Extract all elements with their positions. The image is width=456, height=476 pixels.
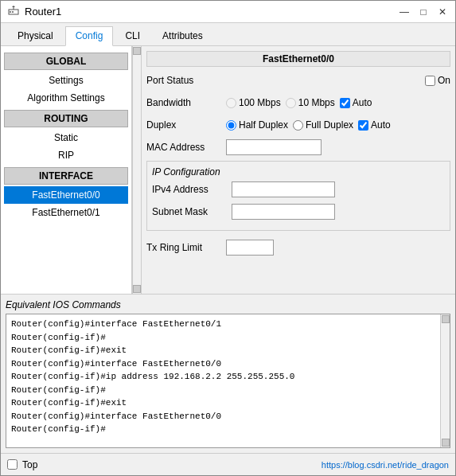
rip-nav[interactable]: RIP bbox=[4, 146, 128, 164]
bandwidth-10-radio[interactable] bbox=[286, 98, 296, 108]
subnet-label: Subnet Mask bbox=[152, 206, 232, 217]
window-controls: — □ ✕ bbox=[398, 6, 449, 18]
tx-ring-label: Tx Ring Limit bbox=[146, 242, 226, 253]
port-status-checkbox[interactable] bbox=[425, 76, 435, 86]
port-status-controls: On bbox=[226, 75, 450, 86]
bandwidth-10-label: 10 Mbps bbox=[298, 97, 335, 108]
mac-input[interactable]: 0060.70DD.9201 bbox=[226, 139, 322, 155]
bandwidth-controls: 100 Mbps 10 Mbps Auto bbox=[226, 97, 450, 108]
duplex-auto-checkbox[interactable] bbox=[358, 120, 368, 131]
console-section: Equivalent IOS Commands Router(config)#i… bbox=[1, 294, 455, 453]
console-scrollbar[interactable] bbox=[440, 314, 450, 447]
close-button[interactable]: ✕ bbox=[436, 6, 449, 18]
svg-marker-4 bbox=[12, 6, 15, 7]
ipv4-row: IPv4 Address 192.168.2.2 bbox=[152, 181, 445, 198]
bandwidth-auto-checkbox[interactable] bbox=[340, 98, 350, 108]
console-line-7: Router(config)#interface FastEthernet0/0 bbox=[11, 410, 445, 423]
fastethernet00-nav[interactable]: FastEthernet0/0 bbox=[4, 186, 128, 204]
tab-cli[interactable]: CLI bbox=[115, 26, 150, 45]
main-content: GLOBAL Settings Algorithm Settings ROUTI… bbox=[1, 46, 455, 294]
status-link: https://blog.csdri.net/ride_dragon bbox=[322, 460, 449, 470]
duplex-half-radio[interactable] bbox=[226, 120, 236, 131]
ipv4-controls: 192.168.2.2 bbox=[232, 181, 445, 197]
global-header: GLOBAL bbox=[4, 53, 128, 70]
tab-attributes[interactable]: Attributes bbox=[152, 26, 213, 45]
tx-ring-row: Tx Ring Limit 10 bbox=[146, 239, 450, 256]
status-bar: Top https://blog.csdri.net/ride_dragon bbox=[1, 453, 455, 475]
routing-header: ROUTING bbox=[4, 110, 128, 127]
console-line-1: Router(config-if)# bbox=[11, 331, 445, 345]
duplex-full-label: Full Duplex bbox=[306, 119, 353, 131]
duplex-auto-option[interactable]: Auto bbox=[358, 119, 391, 131]
mac-label: MAC Address bbox=[146, 142, 226, 153]
bandwidth-100-label: 100 Mbps bbox=[239, 97, 281, 108]
subnet-controls: 255.255.255.0 bbox=[232, 204, 445, 220]
duplex-row: Duplex Half Duplex Full Duplex bbox=[146, 116, 450, 134]
bandwidth-10-option[interactable]: 10 Mbps bbox=[286, 97, 335, 108]
ip-config-title: IP Configuration bbox=[152, 166, 445, 178]
duplex-label: Duplex bbox=[146, 119, 226, 131]
ipv4-label: IPv4 Address bbox=[152, 184, 232, 195]
left-panel: GLOBAL Settings Algorithm Settings ROUTI… bbox=[1, 46, 132, 294]
left-scrollbar[interactable] bbox=[132, 46, 142, 294]
top-checkbox[interactable] bbox=[7, 459, 18, 470]
console-line-3: Router(config)#interface FastEthernet0/0 bbox=[11, 357, 445, 371]
svg-point-1 bbox=[10, 11, 11, 13]
settings-nav[interactable]: Settings bbox=[4, 72, 128, 89]
ip-config-section: IP Configuration IPv4 Address 192.168.2.… bbox=[146, 161, 450, 231]
top-label: Top bbox=[22, 459, 37, 470]
right-panel: FastEthernet0/0 Port Status On Bandwidth bbox=[142, 46, 455, 294]
restore-button[interactable]: □ bbox=[417, 6, 430, 18]
main-window: Router1 — □ ✕ Physical Config CLI Attrib… bbox=[0, 0, 456, 476]
interface-header: INTERFACE bbox=[4, 167, 128, 185]
tab-bar: Physical Config CLI Attributes bbox=[1, 23, 455, 46]
port-status-on[interactable]: On bbox=[425, 75, 450, 86]
mac-controls: 0060.70DD.9201 bbox=[226, 139, 450, 155]
bandwidth-100-option[interactable]: 100 Mbps bbox=[226, 97, 281, 108]
duplex-half-option[interactable]: Half Duplex bbox=[226, 119, 288, 131]
duplex-full-radio[interactable] bbox=[293, 120, 303, 131]
bandwidth-100-radio[interactable] bbox=[226, 98, 236, 108]
console-line-0: Router(config)#interface FastEthernet0/1 bbox=[11, 318, 445, 331]
bandwidth-auto-label: Auto bbox=[353, 97, 372, 108]
subnet-input[interactable]: 255.255.255.0 bbox=[232, 204, 335, 220]
minimize-button[interactable]: — bbox=[398, 6, 411, 18]
tx-ring-controls: 10 bbox=[226, 240, 450, 256]
svg-point-2 bbox=[12, 11, 14, 13]
tx-ring-input[interactable]: 10 bbox=[226, 240, 274, 256]
port-status-row: Port Status On bbox=[146, 72, 450, 89]
subnet-row: Subnet Mask 255.255.255.0 bbox=[152, 203, 445, 220]
ipv4-input[interactable]: 192.168.2.2 bbox=[232, 181, 335, 197]
console-line-8: Router(config-if)# bbox=[11, 423, 445, 436]
duplex-full-option[interactable]: Full Duplex bbox=[293, 119, 353, 131]
window-title: Router1 bbox=[25, 6, 61, 18]
console-line-2: Router(config-if)#exit bbox=[11, 344, 445, 357]
fastethernet01-nav[interactable]: FastEthernet0/1 bbox=[4, 204, 128, 221]
console-line-4: Router(config-if)#ip address 192.168.2.2… bbox=[11, 370, 445, 384]
port-status-label: Port Status bbox=[146, 75, 226, 86]
algorithm-settings-nav[interactable]: Algorithm Settings bbox=[4, 89, 128, 107]
title-bar: Router1 — □ ✕ bbox=[1, 1, 455, 23]
bandwidth-row: Bandwidth 100 Mbps 10 Mbps A bbox=[146, 94, 450, 111]
duplex-controls: Half Duplex Full Duplex Auto bbox=[226, 119, 450, 131]
duplex-auto-label: Auto bbox=[371, 119, 391, 131]
router-icon bbox=[7, 6, 20, 18]
bandwidth-label: Bandwidth bbox=[146, 97, 226, 108]
tab-physical[interactable]: Physical bbox=[7, 26, 64, 45]
panel-title: FastEthernet0/0 bbox=[146, 51, 450, 67]
mac-row: MAC Address 0060.70DD.9201 bbox=[146, 139, 450, 156]
static-nav[interactable]: Static bbox=[4, 129, 128, 146]
status-left: Top bbox=[7, 459, 37, 470]
console-label: Equivalent IOS Commands bbox=[6, 299, 450, 310]
console-area[interactable]: Router(config)#interface FastEthernet0/1… bbox=[6, 314, 450, 448]
duplex-half-label: Half Duplex bbox=[239, 119, 288, 131]
port-status-on-label: On bbox=[438, 75, 450, 86]
bandwidth-auto-option[interactable]: Auto bbox=[340, 97, 372, 108]
console-line-6: Router(config-if)#exit bbox=[11, 396, 445, 410]
title-bar-left: Router1 bbox=[7, 6, 61, 18]
tab-config[interactable]: Config bbox=[65, 26, 114, 46]
console-line-5: Router(config-if)# bbox=[11, 384, 445, 397]
